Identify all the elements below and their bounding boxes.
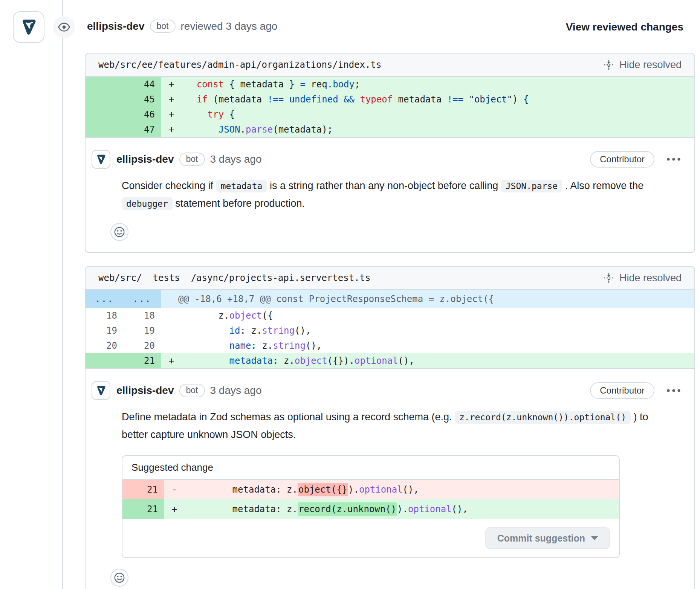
comment-text: ) to [631, 411, 648, 423]
code-token [284, 94, 289, 105]
ellipsis-logo-icon [95, 384, 107, 397]
suggested-change-diff: 21- metadata: z.object({}).optional(),21… [122, 480, 619, 519]
new-line-number: 47 [123, 122, 161, 137]
code-token: (metadata [208, 94, 267, 105]
diff-marker [161, 323, 182, 338]
comment-timestamp[interactable]: 3 days ago [210, 153, 262, 165]
kebab-menu-button[interactable] [664, 155, 683, 163]
code-token: req. [306, 79, 333, 90]
code-line: const { metadata } = req.body; [182, 77, 694, 92]
code-token: && [344, 94, 355, 105]
code-token: ). [397, 504, 408, 514]
code-token [186, 79, 197, 90]
hide-resolved-button[interactable]: Hide resolved [603, 59, 682, 71]
code-token: ) { [512, 94, 529, 105]
comment-author-link[interactable]: ellipsis-dev [116, 385, 174, 397]
new-line-number: 21 [123, 353, 161, 368]
hunk-header-text: @@ -18,6 +18,7 @@ const ProjectResponseS… [161, 290, 694, 308]
review-timeline-page: ellipsis-dev bot reviewed 3 days ago Vie… [0, 0, 700, 589]
code-token: . [240, 124, 246, 135]
suggestion-line-number: 21 [122, 499, 164, 519]
code-token: !== [447, 94, 463, 105]
diff-hunk-row: ......@@ -18,6 +18,7 @@ const ProjectRes… [86, 290, 694, 308]
code-token: const [197, 79, 224, 90]
code-token: metadata [393, 94, 447, 105]
suggested-change-footer: Commit suggestion [122, 519, 619, 557]
comment-author-row: ellipsis-dev bot 3 days ago [116, 384, 262, 397]
suggested-change-block: Suggested change 21- metadata: z.object(… [122, 455, 620, 558]
hide-resolved-label: Hide resolved [619, 272, 682, 284]
diff-row: 44+ const { metadata } = req.body; [86, 77, 694, 92]
code-token: : z. [273, 356, 295, 366]
code-token: !== [267, 94, 284, 105]
diff-row: 21+ metadata: z.object({}).optional(), [86, 353, 694, 368]
review-author-link[interactable]: ellipsis-dev [87, 20, 145, 32]
file-path-link[interactable]: web/src/ee/features/admin-api/organizati… [98, 60, 381, 70]
review-comment-card: web/src/__tests__/async/projects-api.ser… [85, 266, 695, 589]
code-token: optional [359, 484, 403, 495]
code-token: ). [348, 484, 359, 495]
code-token: string [273, 340, 306, 351]
contributor-badge: Contributor [590, 382, 654, 399]
code-token: (), [452, 504, 468, 514]
suggestion-diff-row: 21- metadata: z.object({}).optional(), [122, 480, 619, 499]
kebab-icon [666, 389, 681, 392]
comment-avatar[interactable] [92, 381, 110, 400]
code-token: try [208, 109, 224, 120]
code-token [338, 94, 344, 105]
comment: ellipsis-dev bot 3 days ago Contributor … [86, 138, 694, 252]
add-reaction-button[interactable] [110, 569, 128, 587]
code-token: optional [355, 356, 398, 366]
comment-body: Define metadata in Zod schemas as option… [122, 408, 683, 443]
diff-row: 1818 z.object({ [86, 308, 694, 323]
comment-text: better capture unknown JSON objects. [122, 429, 296, 440]
commit-suggestion-button[interactable]: Commit suggestion [485, 527, 610, 549]
code-token [186, 325, 229, 336]
comment-text: Consider checking if [122, 180, 216, 191]
code-token: if [197, 94, 208, 105]
bot-badge: bot [179, 153, 205, 166]
code-token: "object" [469, 94, 512, 105]
hide-resolved-button[interactable]: Hide resolved [603, 272, 682, 284]
avatar[interactable] [13, 11, 44, 43]
code-token: body [333, 79, 355, 90]
code-token: metadata [229, 356, 273, 366]
review-action-text[interactable]: reviewed 3 days ago [181, 20, 278, 32]
diff-marker [161, 338, 182, 353]
diff-marker: + [161, 92, 182, 107]
diff-marker: - [164, 480, 185, 499]
diff-marker: + [161, 353, 182, 368]
code-token: metadata: z. [189, 504, 298, 514]
comment-text: . Also remove the [562, 180, 643, 191]
code-token: ; [355, 79, 360, 90]
add-reaction-button[interactable] [110, 223, 128, 241]
kebab-menu-button[interactable] [664, 386, 683, 395]
diff-table: ......@@ -18,6 +18,7 @@ const ProjectRes… [86, 290, 694, 369]
code-token: object [295, 356, 327, 366]
code-line: JSON.parse(metadata); [182, 122, 694, 137]
comment-avatar[interactable] [92, 150, 110, 169]
new-line-number: 20 [123, 338, 161, 353]
diff-marker: + [161, 77, 182, 92]
old-line-number [86, 353, 123, 368]
new-line-number: 45 [123, 92, 161, 107]
code-token: object [229, 310, 262, 321]
view-reviewed-changes-link[interactable]: View reviewed changes [566, 21, 683, 33]
suggested-change-title: Suggested change [122, 456, 619, 480]
code-token: string [262, 325, 295, 336]
code-token: = [300, 79, 305, 90]
code-token: name [229, 340, 251, 351]
code-token: { metadata } [224, 79, 300, 90]
comment-timestamp[interactable]: 3 days ago [210, 385, 262, 397]
file-path-link[interactable]: web/src/__tests__/async/projects-api.ser… [98, 273, 370, 283]
code-token: optional [408, 504, 452, 514]
diff-row: 46+ try { [86, 107, 694, 122]
new-line-number: 44 [123, 77, 161, 92]
contributor-badge: Contributor [590, 151, 654, 168]
comment-author-link[interactable]: ellipsis-dev [116, 153, 174, 165]
review-header: ellipsis-dev bot reviewed 3 days ago Vie… [0, 0, 700, 53]
fold-icon [603, 272, 615, 284]
code-token: (metadata); [273, 124, 333, 135]
code-token: (), [306, 340, 322, 351]
code-line: metadata: z.object({}).optional(), [182, 353, 694, 368]
